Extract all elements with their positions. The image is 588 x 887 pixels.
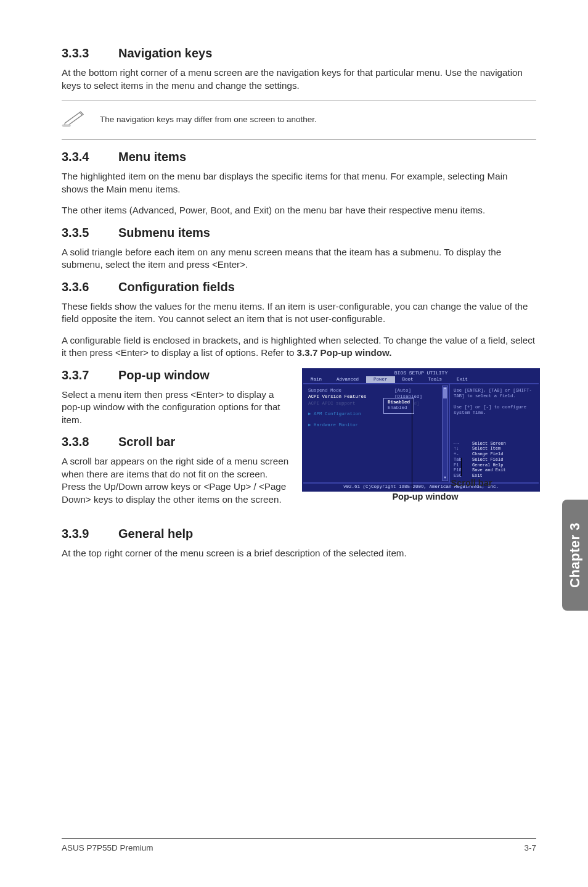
- bios-submenu-item[interactable]: APM Configuration: [308, 411, 446, 417]
- bios-window: BIOS SETUP UTILITY Main Advanced Power B…: [302, 368, 540, 492]
- page-footer: ASUS P7P55D Premium 3-7: [62, 843, 536, 852]
- footer-rule: [62, 838, 536, 839]
- bios-item[interactable]: Suspend Mode[Auto]: [308, 388, 446, 394]
- bios-tab-advanced[interactable]: Advanced: [329, 376, 366, 383]
- bios-right-pane: Use [ENTER], [TAB] or [SHIFT-TAB] to sel…: [450, 384, 539, 482]
- bios-tab-boot[interactable]: Boot: [395, 376, 421, 383]
- para-337-1: Select a menu item then press <Enter> to…: [62, 389, 290, 427]
- para-336-1: These fields show the values for the men…: [62, 300, 536, 326]
- bios-popup-option[interactable]: Disabled: [388, 400, 410, 405]
- bios-tabbar: Main Advanced Power Boot Tools Exit: [303, 376, 539, 383]
- bios-item[interactable]: ACPI APIC support[Enabled]: [308, 401, 446, 406]
- footer-left: ASUS P7P55D Premium: [62, 843, 153, 852]
- bios-tab-tools[interactable]: Tools: [421, 376, 450, 383]
- bios-title: BIOS SETUP UTILITY: [303, 369, 539, 376]
- note-row: The navigation keys may differ from one …: [62, 105, 536, 136]
- heading-num: 3.3.3: [62, 46, 118, 60]
- footer-right: 3-7: [524, 843, 536, 852]
- note-divider-top: [62, 101, 536, 101]
- bios-figure: BIOS SETUP UTILITY Main Advanced Power B…: [302, 368, 542, 492]
- chapter-side-tab-label: Chapter 3: [567, 522, 583, 588]
- figure-label-scrollbar: Scroll bar: [441, 478, 502, 488]
- pencil-note-icon: [62, 109, 88, 130]
- bios-tab-exit[interactable]: Exit: [449, 376, 475, 383]
- leader-line: [412, 399, 412, 492]
- bios-help-text: Use [ENTER], [TAB] or [SHIFT-TAB] to sel…: [454, 388, 535, 416]
- heading-333: 3.3.3Navigation keys: [62, 46, 536, 60]
- bios-scrollbar[interactable]: ▲ ▼: [442, 386, 448, 481]
- heading-338: 3.3.8Scroll bar: [62, 435, 290, 449]
- para-334-1: The highlighted item on the menu bar dis…: [62, 170, 536, 196]
- bios-popup-option[interactable]: Enabled: [388, 405, 410, 411]
- chapter-side-tab: Chapter 3: [562, 500, 588, 611]
- heading-335: 3.3.5Submenu items: [62, 226, 536, 240]
- para-334-2: The other items (Advanced, Power, Boot, …: [62, 204, 536, 217]
- heading-334: 3.3.4Menu items: [62, 150, 536, 164]
- bios-tab-power[interactable]: Power: [366, 376, 395, 383]
- para-335-1: A solid triangle before each item on any…: [62, 246, 536, 271]
- figure-label-popup: Pop-up window: [376, 492, 475, 501]
- bios-footer: v02.61 (C)Copyright 1985-2009, American …: [303, 482, 539, 490]
- para-338-1: A scroll bar appears on the right side o…: [62, 455, 290, 506]
- heading-title: Navigation keys: [118, 46, 212, 60]
- para-336-2: A configurable field is enclosed in brac…: [62, 334, 536, 360]
- bios-popup[interactable]: Disabled Enabled: [383, 398, 414, 414]
- para-333-1: At the bottom right corner of a menu scr…: [62, 67, 536, 92]
- heading-336: 3.3.6Configuration fields: [62, 280, 536, 294]
- heading-337: 3.3.7Pop-up window: [62, 368, 290, 382]
- note-text: The navigation keys may differ from one …: [100, 115, 317, 124]
- heading-339: 3.3.9General help: [62, 527, 536, 541]
- note-divider-bottom: [62, 139, 536, 140]
- bios-submenu-item[interactable]: Hardware Monitor: [308, 423, 446, 428]
- para-339-1: At the top right corner of the menu scre…: [62, 547, 536, 560]
- leader-line: [461, 458, 462, 476]
- bios-item[interactable]: ACPI Version Features[Disabled]: [308, 394, 446, 400]
- bios-tab-main[interactable]: Main: [303, 376, 329, 383]
- scroll-up-icon[interactable]: ▲: [443, 386, 447, 391]
- bios-nav-keys: ←→Select Screen ↑↓Select Item +-Change F…: [454, 441, 535, 479]
- bios-left-pane: Suspend Mode[Auto] ACPI Version Features…: [303, 384, 450, 482]
